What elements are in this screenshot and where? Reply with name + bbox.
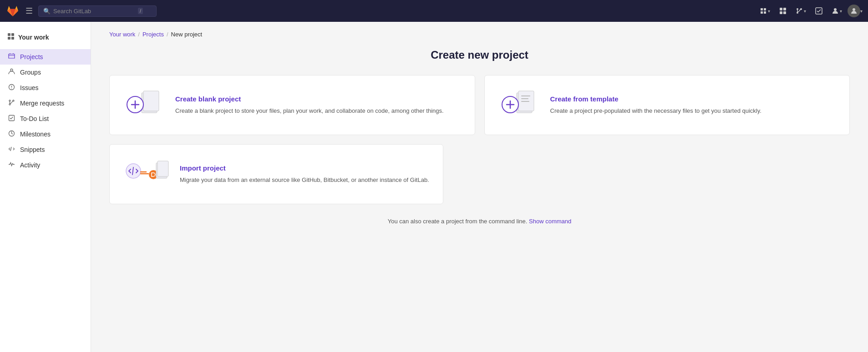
- svg-rect-33: [157, 161, 168, 176]
- create-blank-project-card[interactable]: Create blank project Create a blank proj…: [109, 75, 475, 135]
- milestones-icon: [7, 130, 15, 138]
- command-line-text: You can also create a project from the c…: [109, 218, 850, 225]
- projects-icon: [7, 53, 15, 61]
- sidebar-item-activity-label: Activity: [20, 161, 40, 169]
- hamburger-icon[interactable]: ☰: [24, 4, 35, 18]
- search-icon: 🔍: [43, 8, 51, 15]
- svg-point-17: [13, 100, 14, 101]
- svg-rect-2: [780, 11, 782, 14]
- sidebar-header-label: Your work: [18, 34, 49, 41]
- merge-requests-button[interactable]: ▾: [792, 5, 810, 17]
- sidebar-item-todo-label: To-Do List: [20, 115, 49, 122]
- sidebar-item-snippets[interactable]: Snippets: [0, 142, 91, 157]
- import-title: Import project: [180, 164, 429, 172]
- svg-point-14: [10, 69, 13, 71]
- blank-project-icon-area: [123, 89, 164, 121]
- chevron-down-icon2: ▾: [804, 9, 806, 14]
- sidebar-item-groups[interactable]: Groups: [0, 65, 91, 80]
- svg-point-9: [853, 8, 855, 11]
- chevron-down-icon3: ▾: [840, 9, 842, 14]
- breadcrumb-current: New project: [171, 31, 203, 38]
- blank-project-text: Create blank project Create a blank proj…: [175, 95, 461, 116]
- breadcrumb-your-work[interactable]: Your work: [109, 31, 135, 38]
- blank-project-desc: Create a blank project to store your fil…: [175, 106, 461, 116]
- template-icon-area: [498, 89, 539, 121]
- todo-button[interactable]: [812, 5, 826, 17]
- svg-point-4: [797, 8, 798, 10]
- dashboard-button[interactable]: [776, 5, 790, 17]
- svg-rect-11: [11, 33, 14, 36]
- todo-list-icon: [7, 115, 15, 123]
- sidebar-item-projects[interactable]: Projects: [0, 49, 91, 65]
- svg-rect-13: [11, 37, 14, 40]
- import-project-card[interactable]: Import project Migrate your data from an…: [109, 144, 443, 204]
- sidebar-item-milestones-label: Milestones: [20, 131, 51, 138]
- sidebar-item-issues-label: Issues: [20, 84, 38, 91]
- sidebar-header: Your work: [0, 29, 91, 49]
- breadcrumb-sep2: /: [167, 31, 168, 38]
- sidebar: Your work Projects Groups Issues: [0, 22, 91, 352]
- user-status-button[interactable]: ▾: [828, 5, 846, 17]
- svg-rect-10: [8, 33, 10, 36]
- sidebar-item-snippets-label: Snippets: [20, 146, 45, 153]
- svg-rect-22: [143, 91, 159, 111]
- sidebar-item-issues[interactable]: Issues: [0, 80, 91, 96]
- template-title: Create from template: [550, 95, 836, 103]
- main-content: Your work / Projects / New project Creat…: [91, 22, 868, 352]
- template-text: Create from template Create a project pr…: [550, 95, 836, 116]
- create-from-template-card[interactable]: Create from template Create a project pr…: [484, 75, 850, 135]
- sidebar-item-activity[interactable]: Activity: [0, 157, 91, 173]
- chevron-down-icon: ▾: [768, 9, 770, 14]
- import-desc: Migrate your data from an external sourc…: [180, 176, 429, 185]
- search-shortcut: /: [138, 8, 143, 14]
- svg-rect-26: [521, 96, 530, 96]
- avatar-chevron-icon: ▾: [860, 9, 863, 14]
- sidebar-item-todo-list[interactable]: To-Do List: [0, 111, 91, 126]
- show-command-link[interactable]: Show command: [529, 218, 571, 225]
- sidebar-item-groups-label: Groups: [20, 69, 41, 76]
- svg-rect-12: [8, 37, 10, 40]
- your-work-icon: [7, 33, 15, 42]
- svg-point-18: [9, 104, 10, 105]
- merge-requests-icon: [7, 99, 15, 107]
- snippets-icon: [7, 146, 15, 154]
- breadcrumb-projects[interactable]: Projects: [142, 31, 164, 38]
- cards-grid-top: Create blank project Create a blank proj…: [109, 75, 850, 135]
- svg-rect-1: [783, 8, 786, 10]
- blank-project-title: Create blank project: [175, 95, 461, 103]
- avatar[interactable]: [848, 5, 860, 17]
- template-desc: Create a project pre-populated with the …: [550, 106, 836, 116]
- topnav-icons: ▾ ▾: [756, 5, 863, 17]
- import-icon-area: [123, 158, 169, 190]
- activity-icon: [7, 161, 15, 169]
- sidebar-item-merge-requests-label: Merge requests: [20, 100, 64, 107]
- bottom-cards-row: Import project Migrate your data from an…: [109, 144, 850, 204]
- svg-point-8: [834, 8, 837, 11]
- page-title: Create new project: [109, 49, 850, 61]
- svg-rect-28: [521, 101, 529, 102]
- topnav: ☰ 🔍 / ▾ ▾: [0, 0, 868, 22]
- sidebar-item-milestones[interactable]: Milestones: [0, 126, 91, 142]
- create-new-button[interactable]: ▾: [756, 5, 774, 17]
- breadcrumb-sep1: /: [138, 31, 140, 38]
- groups-icon: [7, 68, 15, 76]
- search-bar[interactable]: 🔍 /: [38, 5, 157, 17]
- svg-rect-3: [783, 11, 786, 14]
- gitlab-logo[interactable]: [5, 4, 20, 18]
- svg-point-16: [9, 100, 10, 101]
- svg-rect-27: [521, 98, 528, 99]
- sidebar-item-merge-requests[interactable]: Merge requests: [0, 96, 91, 111]
- search-input[interactable]: [53, 8, 135, 15]
- breadcrumb: Your work / Projects / New project: [109, 31, 850, 38]
- svg-rect-0: [780, 8, 782, 10]
- import-text: Import project Migrate your data from an…: [180, 164, 429, 185]
- sidebar-item-projects-label: Projects: [20, 53, 43, 60]
- issues-icon: [7, 84, 15, 92]
